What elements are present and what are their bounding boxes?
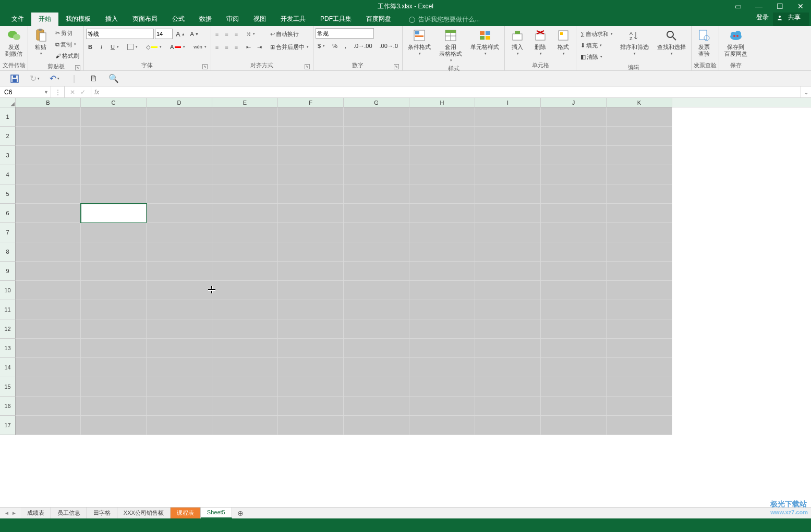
row-header-16[interactable]: 16	[0, 397, 16, 416]
italic-button[interactable]: I	[99, 43, 104, 51]
cell-K7[interactable]	[607, 223, 672, 242]
fill-button[interactable]: ⬇填充	[578, 40, 615, 51]
select-all-corner[interactable]	[0, 98, 16, 107]
format-painter-button[interactable]: 🖌格式刷	[53, 50, 81, 61]
name-box[interactable]: C6▼	[0, 86, 51, 97]
cell-H11[interactable]	[409, 300, 475, 319]
maximize-button[interactable]: ☐	[769, 0, 790, 13]
cell-H10[interactable]	[409, 281, 475, 300]
spreadsheet-grid[interactable]: BCDEFGHIJK 1234567891011121314151617	[0, 98, 811, 437]
align-left-button[interactable]: ≡	[213, 43, 221, 51]
cell-G10[interactable]	[344, 281, 409, 300]
save-button[interactable]	[9, 73, 20, 84]
cell-D17[interactable]	[147, 416, 212, 435]
cell-K10[interactable]	[607, 281, 672, 300]
cut-button[interactable]: ✂剪切	[53, 27, 81, 39]
borders-button[interactable]	[125, 43, 140, 51]
cell-G2[interactable]	[344, 127, 409, 146]
cell-I12[interactable]	[475, 319, 541, 339]
cell-D11[interactable]	[147, 300, 212, 319]
row-header-12[interactable]: 12	[0, 319, 16, 339]
wrap-text-button[interactable]: ↩自动换行	[268, 28, 311, 40]
tab-developer[interactable]: 开发工具	[273, 12, 313, 26]
cell-E9[interactable]	[212, 262, 278, 281]
cell-J7[interactable]	[541, 223, 607, 242]
cell-B12[interactable]	[16, 319, 81, 339]
cell-E12[interactable]	[212, 319, 278, 339]
delete-cells-button[interactable]: 删除	[530, 27, 551, 57]
underline-button[interactable]: U	[108, 43, 121, 51]
redo-button[interactable]: ↻	[29, 73, 40, 84]
decrease-font-button[interactable]: A▼	[188, 30, 201, 38]
cell-H1[interactable]	[409, 107, 475, 127]
cell-G4[interactable]	[344, 165, 409, 184]
column-header-I[interactable]: I	[475, 98, 541, 107]
paste-button[interactable]: 粘贴	[30, 27, 51, 57]
cell-K12[interactable]	[607, 319, 672, 339]
cell-E4[interactable]	[212, 165, 278, 184]
cell-I13[interactable]	[475, 339, 541, 358]
accounting-format-button[interactable]: $	[316, 42, 327, 50]
conditional-formatting-button[interactable]: 条件格式	[405, 27, 434, 57]
cell-D1[interactable]	[147, 107, 212, 127]
cell-J5[interactable]	[541, 184, 607, 204]
font-size-combo[interactable]	[155, 29, 173, 39]
tab-review[interactable]: 审阅	[219, 12, 246, 26]
increase-indent-button[interactable]: ⇥	[255, 43, 264, 52]
cell-J9[interactable]	[541, 262, 607, 281]
cell-G6[interactable]	[344, 204, 409, 223]
phonetic-button[interactable]: wén	[191, 43, 209, 51]
sheet-tab-Sheet5[interactable]: Sheet5	[201, 508, 232, 518]
merge-center-button[interactable]: ⊞合并后居中	[268, 41, 311, 53]
cell-B6[interactable]	[16, 204, 81, 223]
cell-J4[interactable]	[541, 165, 607, 184]
column-header-F[interactable]: F	[278, 98, 344, 107]
cell-J11[interactable]	[541, 300, 607, 319]
column-header-D[interactable]: D	[147, 98, 212, 107]
fill-color-button[interactable]: ◇	[144, 43, 164, 52]
column-header-C[interactable]: C	[81, 98, 147, 107]
cell-K9[interactable]	[607, 262, 672, 281]
cell-G15[interactable]	[344, 377, 409, 397]
cell-F15[interactable]	[278, 377, 344, 397]
sheet-nav-first-button[interactable]: ◄	[4, 510, 9, 516]
cell-D12[interactable]	[147, 319, 212, 339]
cell-G9[interactable]	[344, 262, 409, 281]
cell-C8[interactable]	[81, 242, 147, 262]
cell-C10[interactable]	[81, 281, 147, 300]
percent-button[interactable]: %	[330, 42, 340, 50]
cell-I10[interactable]	[475, 281, 541, 300]
cell-B3[interactable]	[16, 146, 81, 165]
column-header-J[interactable]: J	[541, 98, 607, 107]
cell-C6[interactable]	[81, 204, 147, 223]
format-cells-button[interactable]: 格式	[553, 27, 574, 57]
cell-D14[interactable]	[147, 358, 212, 377]
cell-K13[interactable]	[607, 339, 672, 358]
cell-F5[interactable]	[278, 184, 344, 204]
cell-E6[interactable]	[212, 204, 278, 223]
number-launcher[interactable]: ⬊	[394, 64, 399, 69]
fx-icon[interactable]: fx	[91, 86, 102, 97]
cell-I14[interactable]	[475, 358, 541, 377]
cell-H17[interactable]	[409, 416, 475, 435]
cell-F9[interactable]	[278, 262, 344, 281]
tab-baidunetdisk[interactable]: 百度网盘	[359, 12, 398, 26]
row-header-3[interactable]: 3	[0, 146, 16, 165]
cell-I7[interactable]	[475, 223, 541, 242]
cell-D10[interactable]	[147, 281, 212, 300]
sheet-tab-员工信息[interactable]: 员工信息	[51, 508, 87, 518]
cell-B1[interactable]	[16, 107, 81, 127]
cell-J17[interactable]	[541, 416, 607, 435]
cell-D2[interactable]	[147, 127, 212, 146]
row-header-5[interactable]: 5	[0, 184, 16, 204]
cell-J16[interactable]	[541, 397, 607, 416]
cell-B17[interactable]	[16, 416, 81, 435]
cell-C13[interactable]	[81, 339, 147, 358]
orientation-button[interactable]: ⤭	[244, 30, 257, 39]
cell-F12[interactable]	[278, 319, 344, 339]
cell-J14[interactable]	[541, 358, 607, 377]
cell-D7[interactable]	[147, 223, 212, 242]
tab-pagelayout[interactable]: 页面布局	[125, 12, 165, 26]
cell-J1[interactable]	[541, 107, 607, 127]
row-header-8[interactable]: 8	[0, 242, 16, 262]
